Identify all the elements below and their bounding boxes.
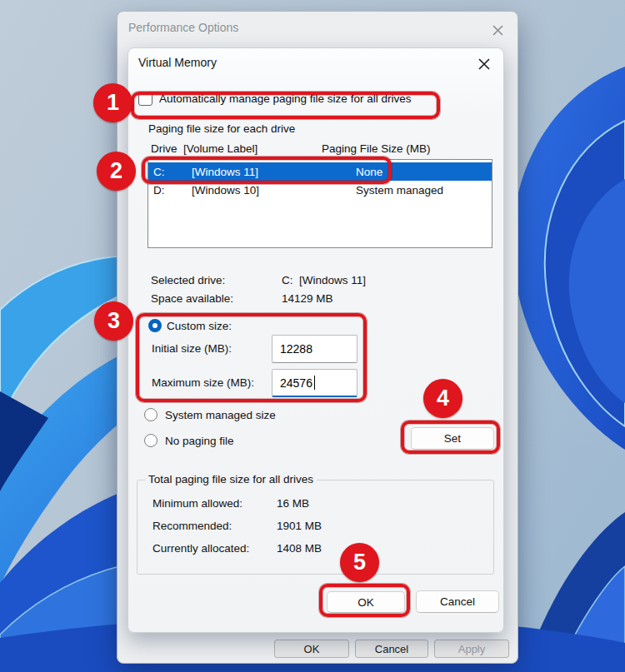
column-header-paging-size: Paging File Size (MB) [322,142,431,155]
annotation-box-ok [319,584,410,617]
annotation-box-drive-c [142,157,392,184]
step-badge-2: 2 [97,152,136,191]
perf-cancel-button[interactable]: Cancel [355,640,428,658]
desktop: Performance Options OK Cancel Apply Virt… [0,0,625,672]
close-icon[interactable] [490,22,505,37]
close-icon[interactable] [476,56,492,72]
volume-label: [Windows 10] [192,184,259,197]
annotation-box-auto-manage [131,92,440,119]
totals-groupbox: Total paging file size for all drives Mi… [137,480,494,575]
virtual-memory-title: Virtual Memory [138,56,217,69]
minimum-allowed-value: 16 MB [277,497,309,510]
currently-allocated-label: Currently allocated: [152,542,249,555]
performance-options-title: Performance Options [128,21,238,34]
drive-letter: D: [153,184,165,197]
minimum-allowed-label: Minimum allowed: [152,497,242,510]
column-header-drive: Drive [Volume Label] [151,142,258,155]
selected-drive-label: Selected drive: [151,274,225,286]
space-available-value: 14129 MB [282,292,333,305]
totals-group-label: Total paging file size for all drives [145,473,317,485]
no-paging-file-label: No paging file [165,435,234,447]
vm-cancel-button[interactable]: Cancel [416,590,499,613]
step-badge-1: 1 [93,83,132,122]
space-available-label: Space available: [151,292,233,305]
step-badge-4: 4 [423,379,462,418]
recommended-value: 1901 MB [277,520,322,532]
selected-drive-value: C: [Windows 11] [282,274,366,286]
system-managed-label: System managed size [165,409,276,421]
perf-apply-button: Apply [434,640,509,658]
recommended-label: Recommended: [152,520,232,532]
currently-allocated-value: 1408 MB [277,542,322,555]
perf-ok-button[interactable]: OK [274,640,349,658]
system-managed-radio[interactable] [144,408,158,421]
annotation-box-set [401,421,500,454]
no-paging-file-radio[interactable] [144,434,158,447]
paging-section-label: Paging file size for each drive [148,122,295,135]
step-badge-3: 3 [94,301,133,341]
step-badge-5: 5 [340,543,379,582]
annotation-box-custom-size [136,313,367,402]
paging-size-value: System managed [356,184,443,197]
